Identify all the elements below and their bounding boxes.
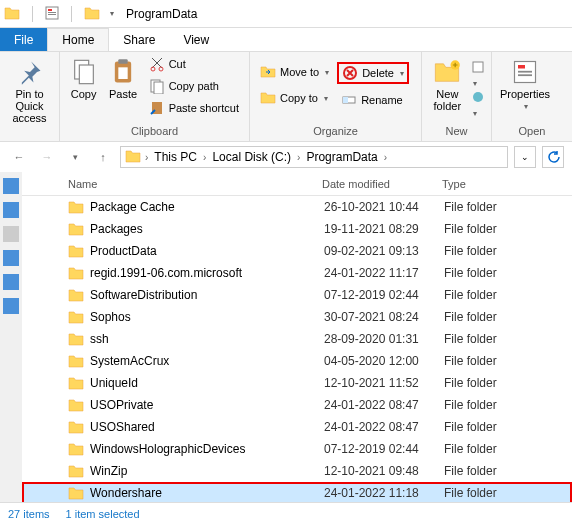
file-name: ssh xyxy=(90,332,324,346)
tab-view[interactable]: View xyxy=(169,28,223,51)
svg-rect-18 xyxy=(473,62,483,72)
file-name: ProductData xyxy=(90,244,324,258)
table-row[interactable]: Sophos30-07-2021 08:24File folder xyxy=(22,306,572,328)
crumb-thispc[interactable]: This PC xyxy=(152,150,199,164)
table-row[interactable]: USOShared24-01-2022 08:47File folder xyxy=(22,416,572,438)
cut-icon xyxy=(149,56,165,72)
navigation-pane[interactable] xyxy=(0,172,22,502)
properties-icon xyxy=(511,58,539,86)
delete-button[interactable]: Delete▾ xyxy=(337,62,409,84)
separator xyxy=(32,6,33,22)
copy-icon xyxy=(70,58,98,86)
title-bar: ▾ ProgramData xyxy=(0,0,572,28)
folder-qat-icon[interactable] xyxy=(84,6,100,22)
pin-to-quick-access-button[interactable]: Pin to Quick access xyxy=(6,54,53,128)
separator xyxy=(71,6,72,22)
tab-file[interactable]: File xyxy=(0,28,47,51)
table-row[interactable]: WindowsHolographicDevices07-12-2019 02:4… xyxy=(22,438,572,460)
file-type: File folder xyxy=(444,222,497,236)
copy-button[interactable]: Copy xyxy=(66,54,101,104)
table-row[interactable]: Wondershare24-01-2022 11:18File folder xyxy=(22,482,572,502)
svg-rect-3 xyxy=(48,14,56,15)
folder-icon xyxy=(68,398,84,412)
crumb-programdata[interactable]: ProgramData xyxy=(304,150,379,164)
file-type: File folder xyxy=(444,354,497,368)
paste-shortcut-button[interactable]: Paste shortcut xyxy=(145,98,243,118)
rename-icon xyxy=(341,92,357,108)
file-name: Wondershare xyxy=(90,486,324,500)
folder-icon xyxy=(68,332,84,346)
file-type: File folder xyxy=(444,244,497,258)
file-rows: Package Cache26-10-2021 10:44File folder… xyxy=(22,196,572,502)
back-button[interactable]: ← xyxy=(8,146,30,168)
table-row[interactable]: SoftwareDistribution07-12-2019 02:44File… xyxy=(22,284,572,306)
folder-icon xyxy=(4,6,20,22)
breadcrumb[interactable]: › This PC › Local Disk (C:) › ProgramDat… xyxy=(120,146,508,168)
refresh-button[interactable] xyxy=(542,146,564,168)
column-name[interactable]: Name xyxy=(22,178,322,190)
recent-dropdown-icon[interactable]: ▾ xyxy=(64,146,86,168)
folder-icon xyxy=(125,149,141,166)
table-row[interactable]: ssh28-09-2020 01:31File folder xyxy=(22,328,572,350)
folder-icon xyxy=(68,288,84,302)
qat-dropdown-icon[interactable]: ▾ xyxy=(110,9,114,18)
delete-icon xyxy=(342,65,358,81)
organize-group-label: Organize xyxy=(256,125,415,139)
file-type: File folder xyxy=(444,486,497,500)
chevron-right-icon[interactable]: › xyxy=(382,152,389,163)
status-bar: 27 items 1 item selected xyxy=(0,502,572,522)
up-button[interactable]: ↑ xyxy=(92,146,114,168)
table-row[interactable]: Packages19-11-2021 08:29File folder xyxy=(22,218,572,240)
file-date: 24-01-2022 08:47 xyxy=(324,398,444,412)
table-row[interactable]: USOPrivate24-01-2022 08:47File folder xyxy=(22,394,572,416)
rename-button[interactable]: Rename xyxy=(337,90,409,110)
svg-rect-1 xyxy=(48,9,52,11)
table-row[interactable]: WinZip12-10-2021 09:48File folder xyxy=(22,460,572,482)
folder-icon xyxy=(68,464,84,478)
paste-shortcut-icon xyxy=(149,100,165,116)
new-item-icon[interactable]: ▾ xyxy=(471,60,485,88)
folder-icon xyxy=(68,266,84,280)
copy-path-button[interactable]: Copy path xyxy=(145,76,243,96)
file-name: WinZip xyxy=(90,464,324,478)
file-type: File folder xyxy=(444,200,497,214)
dropdown-button[interactable]: ⌄ xyxy=(514,146,536,168)
chevron-right-icon[interactable]: › xyxy=(143,152,150,163)
column-date[interactable]: Date modified xyxy=(322,178,442,190)
column-type[interactable]: Type xyxy=(442,178,572,190)
new-folder-button[interactable]: New folder xyxy=(428,54,467,116)
svg-rect-23 xyxy=(518,74,532,76)
crumb-localdisk[interactable]: Local Disk (C:) xyxy=(210,150,293,164)
properties-button[interactable]: Properties▾ xyxy=(498,54,552,115)
file-date: 07-12-2019 02:44 xyxy=(324,288,444,302)
paste-button[interactable]: Paste xyxy=(105,54,140,104)
chevron-right-icon[interactable]: › xyxy=(201,152,208,163)
table-row[interactable]: SystemAcCrux04-05-2020 12:00File folder xyxy=(22,350,572,372)
file-name: SoftwareDistribution xyxy=(90,288,324,302)
move-to-button[interactable]: Move to▾ xyxy=(256,62,333,82)
file-type: File folder xyxy=(444,310,497,324)
folder-icon xyxy=(68,486,84,500)
table-row[interactable]: ProductData09-02-2021 09:13File folder xyxy=(22,240,572,262)
copy-to-button[interactable]: Copy to▾ xyxy=(256,88,333,108)
chevron-right-icon[interactable]: › xyxy=(295,152,302,163)
file-date: 09-02-2021 09:13 xyxy=(324,244,444,258)
list-header[interactable]: Name Date modified Type xyxy=(22,172,572,196)
file-type: File folder xyxy=(444,442,497,456)
svg-rect-16 xyxy=(343,97,348,103)
svg-point-19 xyxy=(473,92,483,102)
file-name: SystemAcCrux xyxy=(90,354,324,368)
folder-icon xyxy=(68,200,84,214)
easy-access-icon[interactable]: ▾ xyxy=(471,90,485,118)
properties-qat-icon[interactable] xyxy=(45,6,59,22)
forward-button[interactable]: → xyxy=(36,146,58,168)
cut-button[interactable]: Cut xyxy=(145,54,243,74)
tab-home[interactable]: Home xyxy=(47,28,109,51)
tab-share[interactable]: Share xyxy=(109,28,169,51)
file-name: WindowsHolographicDevices xyxy=(90,442,324,456)
table-row[interactable]: Package Cache26-10-2021 10:44File folder xyxy=(22,196,572,218)
table-row[interactable]: UniqueId12-10-2021 11:52File folder xyxy=(22,372,572,394)
table-row[interactable]: regid.1991-06.com.microsoft24-01-2022 11… xyxy=(22,262,572,284)
file-name: Sophos xyxy=(90,310,324,324)
file-name: Packages xyxy=(90,222,324,236)
